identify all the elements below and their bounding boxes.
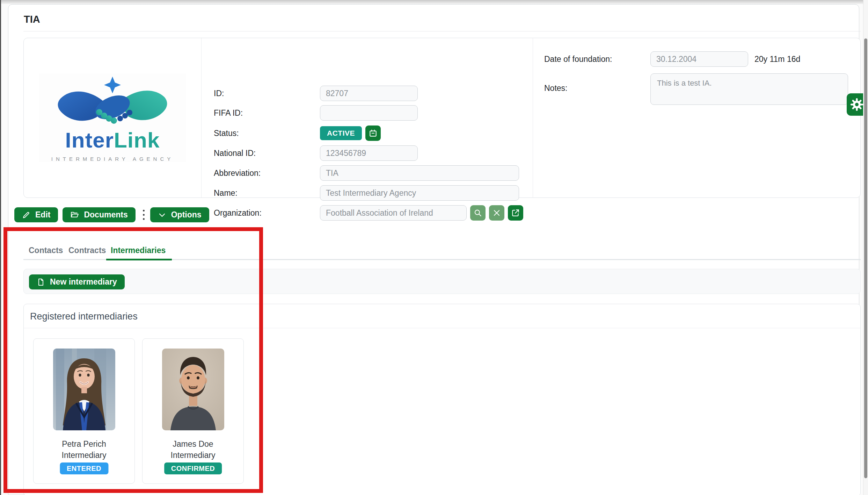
logo-word-secondary: Link — [114, 128, 160, 152]
registered-divider — [24, 328, 860, 328]
tab-contacts[interactable]: Contacts — [29, 246, 63, 255]
agency-logo: InterLink INTERMEDIARY AGENCY — [24, 38, 201, 198]
title-divider — [23, 31, 861, 31]
calendar-icon — [369, 129, 378, 138]
options-button-label: Options — [171, 210, 202, 220]
portrait-photo — [162, 349, 224, 430]
logo-word-primary: Inter — [65, 128, 114, 152]
field-row-status: Status: ACTIVE — [214, 125, 381, 141]
foundation-duration-text: 20y 11m 16d — [754, 55, 800, 64]
intermediary-card-james-doe[interactable]: James Doe Intermediary CONFIRMED — [142, 338, 244, 484]
edit-button-label: Edit — [35, 210, 50, 220]
documents-button[interactable]: Documents — [63, 207, 135, 222]
tabbar: Contacts Contracts Intermediaries — [23, 246, 861, 261]
abbreviation-input[interactable] — [320, 165, 519, 181]
window-top-shade — [0, 0, 868, 4]
organization-input[interactable] — [320, 205, 467, 221]
name-label: Name: — [214, 188, 320, 198]
page-card: TIA — [8, 4, 859, 495]
sparkle-icon — [104, 77, 121, 93]
field-row-id: ID: — [214, 86, 418, 101]
intermediaries-toolbar: New intermediary — [23, 269, 861, 294]
kebab-dots-icon — [143, 210, 145, 211]
notes-textarea[interactable]: This is a test IA. — [650, 73, 848, 105]
intermediary-card-petra-perich[interactable]: Petra Perich Intermediary ENTERED — [33, 338, 135, 484]
pencil-icon — [22, 211, 30, 219]
field-row-national-id: National ID: — [214, 145, 418, 161]
kebab-dots-icon — [143, 218, 145, 220]
national-id-label: National ID: — [214, 149, 320, 158]
page-title: TIA — [24, 14, 40, 25]
intermediary-name: James Doe — [143, 439, 243, 449]
x-icon — [493, 209, 501, 217]
field-row-organization: Organization: — [214, 205, 523, 221]
gear-icon — [850, 98, 864, 112]
options-button[interactable]: Options — [150, 207, 209, 222]
national-id-input[interactable] — [320, 145, 418, 161]
logo-box: InterLink INTERMEDIARY AGENCY — [39, 74, 186, 162]
documents-button-label: Documents — [84, 210, 127, 220]
window-left-edge — [0, 0, 1, 495]
date-of-foundation-input[interactable] — [650, 51, 748, 67]
intermediary-role: Intermediary — [143, 451, 243, 460]
fifa-id-label: FIFA ID: — [214, 108, 320, 118]
more-actions-button[interactable] — [140, 207, 147, 222]
agency-detail-card: InterLink INTERMEDIARY AGENCY ID: FIFA I… — [23, 38, 861, 198]
file-icon — [37, 278, 45, 286]
field-row-name: Name: — [214, 185, 519, 201]
status-badge: ACTIVE — [320, 126, 362, 140]
portrait-james-doe — [162, 349, 224, 430]
tab-intermediaries[interactable]: Intermediaries — [111, 246, 166, 255]
app-window: TIA — [0, 0, 868, 495]
edit-button[interactable]: Edit — [14, 207, 58, 222]
intermediary-status-badge: ENTERED — [60, 462, 108, 474]
registered-intermediaries-card: Registered intermediaries — [23, 304, 861, 495]
new-intermediary-button-label: New intermediary — [50, 277, 117, 287]
status-schedule-button[interactable] — [365, 125, 381, 141]
name-input[interactable] — [320, 185, 519, 201]
organization-open-button[interactable] — [508, 205, 523, 221]
vertical-scrollbar[interactable] — [863, 0, 868, 495]
organization-clear-button[interactable] — [489, 205, 504, 221]
intermediary-role: Intermediary — [34, 451, 134, 460]
scrollbar-thumb[interactable] — [864, 38, 867, 478]
organization-search-button[interactable] — [470, 205, 486, 221]
organization-label: Organization: — [214, 208, 320, 218]
actions-row: Edit Documents Options — [14, 207, 209, 222]
column-divider — [201, 38, 202, 198]
external-link-icon — [511, 208, 520, 217]
status-label: Status: — [214, 129, 320, 138]
date-of-foundation-label: Date of foundation: — [544, 55, 650, 64]
id-label: ID: — [214, 89, 320, 98]
intermediary-name: Petra Perich — [34, 439, 134, 449]
search-icon — [473, 208, 482, 217]
field-row-abbreviation: Abbreviation: — [214, 165, 519, 181]
id-input[interactable] — [320, 86, 418, 101]
logo-tagline: INTERMEDIARY AGENCY — [39, 156, 186, 162]
new-intermediary-button[interactable]: New intermediary — [29, 274, 125, 289]
intermediary-status-badge: CONFIRMED — [164, 462, 222, 474]
portrait-photo — [53, 349, 115, 430]
column-divider — [533, 38, 533, 198]
tab-contracts[interactable]: Contracts — [68, 246, 106, 255]
logo-wordmark: InterLink — [39, 128, 186, 152]
portrait-petra-perich — [53, 349, 115, 430]
field-row-date-of-foundation: Date of foundation: 20y 11m 16d — [544, 51, 800, 67]
folder-open-icon — [70, 210, 79, 219]
active-tab-indicator — [106, 259, 172, 260]
chevron-down-icon — [158, 211, 166, 219]
fifa-id-input[interactable] — [320, 105, 418, 121]
kebab-dots-icon — [143, 214, 145, 216]
notes-label: Notes: — [544, 84, 567, 93]
handshake-icon — [39, 74, 186, 130]
field-row-fifa-id: FIFA ID: — [214, 105, 418, 121]
abbreviation-label: Abbreviation: — [214, 168, 320, 178]
registered-intermediaries-title: Registered intermediaries — [30, 311, 138, 322]
